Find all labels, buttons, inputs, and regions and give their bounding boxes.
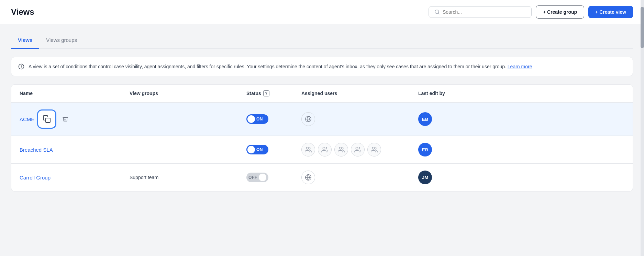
cell-viewgroup-carroll: Support team — [121, 164, 238, 191]
cell-assigned-breached — [293, 136, 410, 164]
toggle-on-breached[interactable]: ON — [246, 145, 268, 154]
tabs-container: Views Views groups — [11, 32, 633, 49]
cell-assigned-carroll — [293, 164, 410, 191]
copy-button-acme[interactable] — [37, 109, 56, 129]
create-view-button[interactable]: + Create view — [588, 6, 633, 18]
th-status: Status ? — [238, 85, 293, 102]
user-icon-3 — [334, 143, 348, 156]
page-title: Views — [11, 7, 34, 17]
globe-svg — [305, 116, 312, 123]
th-assigned-users: Assigned users — [293, 85, 410, 102]
svg-rect-5 — [46, 118, 50, 123]
users-group-breached — [301, 143, 402, 156]
cell-status-carroll: OFF — [238, 164, 293, 191]
svg-point-10 — [339, 147, 342, 150]
user-icon-1 — [301, 143, 315, 156]
toggle-knob — [259, 174, 266, 181]
status-help-icon[interactable]: ? — [263, 90, 269, 96]
tab-views-groups[interactable]: Views groups — [39, 32, 84, 49]
cell-status-breached: ON — [238, 136, 293, 164]
row-link-carroll-group[interactable]: Carroll Group — [20, 175, 51, 181]
toggle-knob — [247, 146, 255, 153]
scrollbar-thumb[interactable] — [641, 7, 644, 48]
app-header: Views + Create group + Create view — [0, 0, 644, 24]
globe-svg — [305, 174, 312, 181]
cell-name-breached: Breached SLA — [11, 136, 121, 164]
cell-name-carroll: Carroll Group — [11, 164, 121, 191]
user-icon-5 — [367, 143, 381, 156]
users-icon — [338, 146, 345, 153]
svg-point-11 — [356, 147, 358, 150]
cell-assigned-acme — [293, 102, 410, 136]
cell-status-acme: ON — [238, 102, 293, 136]
th-last-edit-by: Last edit by — [410, 85, 633, 102]
avatar-eb-breached: EB — [418, 143, 432, 156]
users-icon — [321, 146, 328, 153]
copy-icon — [43, 115, 51, 123]
info-text: A view is a set of conditions that contr… — [29, 63, 532, 70]
svg-point-9 — [323, 147, 325, 150]
table-row: Carroll Group Support team OFF — [11, 164, 633, 191]
toggle-label-carroll: OFF — [248, 175, 257, 180]
cell-name-acme: ACME — [11, 102, 121, 136]
user-icon-2 — [318, 143, 332, 156]
search-box[interactable] — [429, 6, 532, 18]
table: Name View groups Status ? Assigned users… — [11, 85, 633, 191]
views-table: Name View groups Status ? Assigned users… — [11, 84, 633, 191]
toggle-label-breached: ON — [256, 147, 263, 152]
search-input[interactable] — [443, 9, 526, 15]
toggle-on-acme[interactable]: ON — [246, 114, 268, 124]
svg-line-1 — [438, 13, 439, 14]
delete-button-acme[interactable] — [59, 113, 71, 125]
avatar-jm-carroll: JM — [418, 171, 432, 184]
toggle-label-acme: ON — [256, 117, 263, 121]
users-icon — [354, 146, 361, 153]
svg-point-12 — [372, 147, 375, 150]
users-icon — [305, 146, 312, 153]
cell-lastedit-carroll: JM — [410, 164, 633, 191]
avatar-eb-acme: EB — [418, 112, 432, 126]
scrollbar-track[interactable] — [641, 0, 644, 256]
globe-icon-acme — [301, 112, 315, 126]
svg-point-8 — [306, 147, 309, 150]
user-icon-4 — [351, 143, 365, 156]
cell-lastedit-acme: EB — [410, 102, 633, 136]
trash-icon — [62, 116, 68, 122]
main-content: Views Views groups A view is a set of co… — [0, 24, 644, 200]
tab-views[interactable]: Views — [11, 32, 39, 49]
th-name: Name — [11, 85, 121, 102]
cell-viewgroup-acme — [121, 102, 238, 136]
th-view-groups: View groups — [121, 85, 238, 102]
create-group-button[interactable]: + Create group — [536, 5, 584, 19]
toggle-off-carroll[interactable]: OFF — [246, 173, 268, 182]
cell-viewgroup-breached — [121, 136, 238, 164]
info-icon — [18, 63, 24, 70]
globe-icon-carroll — [301, 171, 315, 184]
users-icon — [371, 146, 378, 153]
row-name-actions: ACME — [20, 109, 113, 129]
learn-more-link[interactable]: Learn more — [508, 64, 532, 69]
row-link-acme[interactable]: ACME — [20, 116, 34, 122]
toggle-knob — [247, 115, 255, 123]
cell-lastedit-breached: EB — [410, 136, 633, 164]
header-actions: + Create group + Create view — [429, 5, 633, 19]
table-row: Breached SLA ON — [11, 136, 633, 164]
search-icon — [434, 9, 440, 15]
info-banner: A view is a set of conditions that contr… — [11, 57, 633, 76]
table-header-row: Name View groups Status ? Assigned users… — [11, 85, 633, 102]
row-link-breached-sla[interactable]: Breached SLA — [20, 147, 53, 153]
table-row: ACME — [11, 102, 633, 136]
